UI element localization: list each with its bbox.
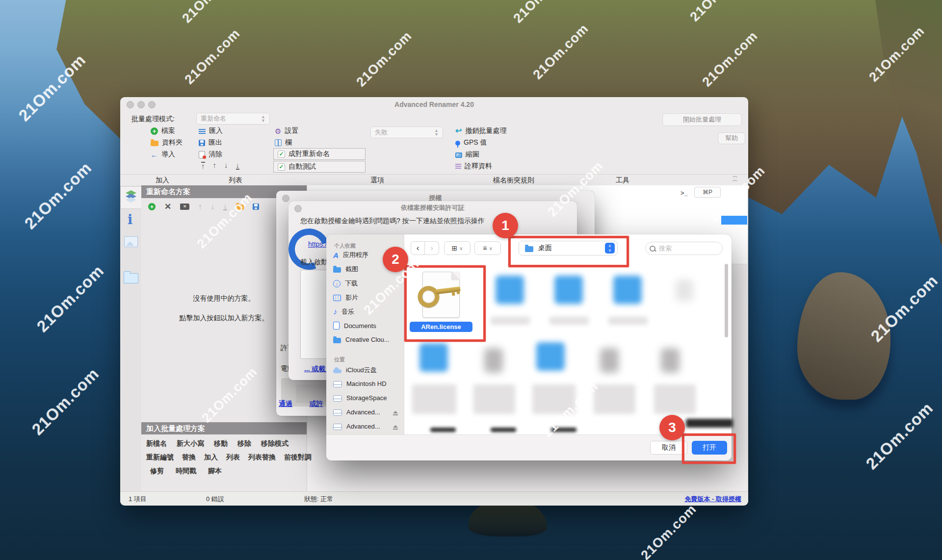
toolbar-item-undo-batch[interactable]: ↩ 撤銷批量處理: [455, 127, 506, 135]
tab-conflict-rules[interactable]: 檔名衝突規則: [493, 176, 534, 185]
blurred-folder[interactable]: [554, 276, 583, 304]
preset-move[interactable]: 移動: [214, 439, 228, 448]
applications-icon: A: [333, 251, 339, 259]
sidebar-item-documents[interactable]: Documents: [333, 322, 376, 330]
blurred-folder[interactable]: [496, 276, 524, 304]
license-instruction: 您在啟動授權金鑰時遇到問題嗎? 按一下連結並依照指示操作: [300, 217, 575, 226]
icon-view-button[interactable]: ⊞ ∨: [444, 241, 471, 255]
scrollbar[interactable]: [725, 264, 728, 337]
preset-add[interactable]: 加入: [204, 453, 218, 462]
mode-dropdown[interactable]: 重新命名 ▲▼: [196, 113, 270, 125]
pair-rename-toggle[interactable]: ✓ 成對重新命名: [273, 148, 366, 160]
chevron-down-icon: ∨: [459, 246, 463, 251]
get-license-link[interactable]: 免費版本 - 取得授權: [684, 495, 741, 504]
preset-timestamp[interactable]: 時間戳: [176, 467, 196, 476]
start-batch-button[interactable]: 開始批量處理: [662, 113, 742, 126]
tab-add[interactable]: 加入: [156, 176, 169, 185]
chevron-down-icon: ∨: [489, 246, 492, 251]
preset-swap[interactable]: 前後對調: [284, 453, 312, 462]
scheme-tab-active[interactable]: [120, 186, 142, 209]
move-bottom-icon[interactable]: ↓: [236, 162, 240, 170]
preset-remove-pattern[interactable]: 移除模式: [261, 439, 288, 448]
selected-row-fragment: [721, 216, 747, 225]
folder-icon[interactable]: [124, 273, 138, 283]
sidebar-item-applications[interactable]: A 应用程序: [333, 251, 368, 259]
activate-key-link[interactable]: 或許: [310, 400, 323, 408]
preset-list-replace[interactable]: 列表替換: [248, 453, 276, 462]
add-method-button[interactable]: +: [148, 203, 156, 210]
eject-icon[interactable]: [393, 425, 398, 428]
tab-tools[interactable]: 工具: [616, 176, 629, 185]
sidebar-item-downloads[interactable]: ↓ 下载: [333, 279, 358, 288]
preset-replace[interactable]: 替換: [182, 453, 196, 462]
blurred-folder[interactable]: [536, 342, 565, 371]
blurred-file[interactable]: [600, 348, 619, 373]
move-down-icon[interactable]: ↓: [211, 203, 215, 210]
sidebar-item-creative-cloud[interactable]: Creative Clou...: [333, 336, 390, 343]
toolbar-item-import[interactable]: ← 導入: [151, 150, 175, 159]
blurred-stand: [551, 428, 576, 432]
checkbox-checked-icon[interactable]: ✓: [278, 163, 285, 171]
blurred-file[interactable]: [484, 348, 503, 373]
eject-icon[interactable]: [393, 411, 398, 413]
move-down-icon[interactable]: ↓: [224, 162, 228, 170]
move-bottom-icon[interactable]: ↓: [223, 203, 227, 210]
tab-row: 加入 列表 選項 檔名衝突規則 工具 ︿︿: [120, 174, 748, 186]
toolbar-item-metadata[interactable]: 詮釋資料: [455, 162, 492, 171]
tab-list[interactable]: 列表: [229, 176, 242, 185]
preset-renumber[interactable]: 重新編號: [146, 453, 174, 462]
toolbar-item-import-list[interactable]: 匯入: [199, 127, 223, 135]
preset-list[interactable]: 列表: [226, 453, 240, 462]
preset-new-name[interactable]: 新檔名: [146, 439, 167, 448]
mode-label: 批量處理模式:: [131, 115, 175, 124]
preset-new-case[interactable]: 新大小寫: [177, 439, 204, 448]
move-top-icon[interactable]: ↑: [201, 162, 205, 170]
sidebar-item-icloud[interactable]: iCloud云盘: [333, 366, 377, 375]
info-icon[interactable]: i: [128, 214, 132, 226]
toolbar-item-thumbnails[interactable]: 縮圖: [455, 150, 479, 159]
toolbar-item-folders[interactable]: 資料夾: [151, 138, 183, 147]
move-up-icon[interactable]: ↑: [213, 162, 217, 170]
blurred-folder[interactable]: [419, 343, 448, 372]
remove-method-button[interactable]: ✕: [164, 203, 171, 210]
toolbar-item-settings[interactable]: ⚙ 設置: [275, 127, 298, 135]
tab-options[interactable]: 選項: [370, 176, 384, 185]
backspace-icon[interactable]: ✕: [180, 204, 189, 210]
move-up-icon[interactable]: ↑: [198, 203, 202, 210]
activate-online-link[interactable]: 通過: [279, 400, 292, 408]
sidebar-item-music[interactable]: ♪ 音乐: [333, 307, 354, 316]
auto-test-toggle[interactable]: ✓ 自動測試: [273, 161, 366, 173]
sidebar-item-macintosh-hd[interactable]: Macintosh HD: [333, 380, 387, 387]
add-file-icon: +: [151, 127, 158, 135]
blurred-file[interactable]: [676, 280, 693, 301]
checkbox-checked-icon[interactable]: ✓: [278, 151, 285, 158]
toolbar-item-export[interactable]: 匯出: [199, 138, 222, 147]
sidebar-item-advanced-2[interactable]: Advanced...: [333, 423, 398, 430]
blurred-file[interactable]: [661, 348, 680, 373]
toolbar-item-columns[interactable]: 欄: [275, 138, 292, 147]
folder-icon: [333, 267, 341, 273]
fail-dropdown[interactable]: 失敗 ▲▼: [370, 127, 443, 138]
preset-remove[interactable]: 移除: [237, 439, 251, 448]
back-button[interactable]: ‹: [411, 241, 425, 255]
search-input[interactable]: [658, 244, 714, 253]
sidebar-item-movies[interactable]: 影片: [333, 293, 358, 302]
reorder-arrows[interactable]: ↑ ↑ ↓ ↓: [201, 162, 239, 170]
sidebar-item-storagespace[interactable]: StorageSpace: [333, 394, 387, 402]
search-field[interactable]: [645, 242, 723, 255]
toolbar-item-gps[interactable]: GPS 值: [455, 138, 487, 147]
preset-script[interactable]: 腳本: [208, 467, 222, 476]
forward-button[interactable]: ›: [425, 241, 439, 255]
blurred-folder[interactable]: [613, 276, 642, 304]
image-icon[interactable]: [124, 236, 138, 247]
open-scheme-icon[interactable]: [236, 204, 244, 210]
help-button[interactable]: 幫助: [718, 132, 745, 144]
toolbar-item-clear[interactable]: 清除: [199, 150, 222, 159]
save-scheme-icon[interactable]: [253, 204, 259, 210]
preset-trim[interactable]: 修剪: [150, 467, 164, 476]
toolbar-item-files[interactable]: + 檔案: [151, 127, 175, 135]
list-view-button[interactable]: ≡ ∨: [474, 241, 501, 255]
collapse-chevrons-icon[interactable]: ︿︿: [733, 174, 738, 181]
sidebar-item-screenshots[interactable]: 截图: [333, 265, 358, 274]
sidebar-item-advanced-1[interactable]: Advanced...: [333, 408, 398, 416]
